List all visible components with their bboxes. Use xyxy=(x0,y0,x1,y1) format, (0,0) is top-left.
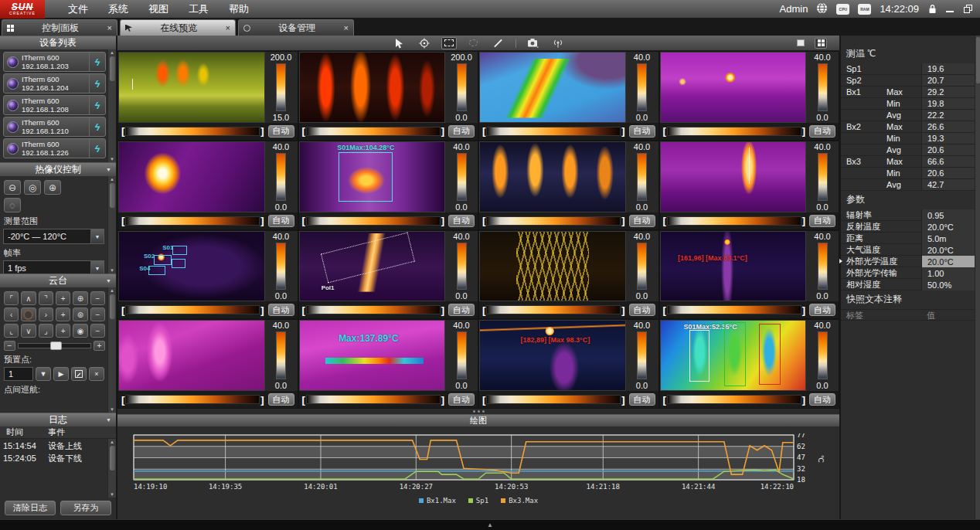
menu-item[interactable]: 视图 xyxy=(148,2,168,16)
thermal-image[interactable]: Pol1 xyxy=(299,231,446,302)
preset-go-button[interactable]: ▶ xyxy=(53,367,69,381)
thermal-image[interactable]: S01Max:52.35°C xyxy=(660,320,807,391)
speed-slider[interactable] xyxy=(18,343,91,348)
clear-log-button[interactable]: 清除日志 xyxy=(5,501,56,515)
collapse-arrow-icon[interactable]: ▼ xyxy=(106,278,111,284)
log-header[interactable]: 日志 ▼ xyxy=(0,413,116,426)
span-right-bracket-icon[interactable]: ] xyxy=(621,394,624,406)
span-left-bracket-icon[interactable]: [ xyxy=(482,304,485,316)
focus-near-button[interactable]: ⊖ xyxy=(4,180,21,195)
thermal-image[interactable] xyxy=(299,52,446,123)
connect-bolt-icon[interactable]: ϟ xyxy=(89,74,105,93)
device-list-scrollbar[interactable]: ▲ ▼ xyxy=(107,49,116,162)
iris-open-button[interactable]: + xyxy=(56,324,70,338)
span-left-bracket-icon[interactable]: [ xyxy=(121,394,124,406)
focus-out-button[interactable]: − xyxy=(90,307,105,321)
level-span-control[interactable]: [] xyxy=(663,394,806,406)
device-item[interactable]: ITherm 600192.168.1.226ϟ xyxy=(3,138,106,158)
span-left-bracket-icon[interactable]: [ xyxy=(482,125,485,137)
expand-collapse-icon[interactable]: ▲ xyxy=(487,522,493,528)
level-span-control[interactable]: [] xyxy=(482,215,625,226)
thermal-image[interactable] xyxy=(660,52,807,123)
device-list-header[interactable]: 设备列表 xyxy=(0,36,116,49)
measure-row[interactable]: Avg42.7 xyxy=(841,179,975,191)
measurement-box[interactable] xyxy=(339,152,392,202)
span-left-bracket-icon[interactable]: [ xyxy=(121,215,124,226)
device-item[interactable]: ITherm 600192.168.1.210ϟ xyxy=(3,117,106,137)
parameter-value[interactable]: 50.0% xyxy=(921,279,975,290)
menu-item[interactable]: 文件 xyxy=(68,2,88,16)
span-right-bracket-icon[interactable]: ] xyxy=(260,215,264,226)
user-label[interactable]: Admin xyxy=(780,3,808,15)
focus-indicator-icon[interactable]: ⊛ xyxy=(73,307,87,321)
measure-row[interactable]: Bx3Max66.6 xyxy=(841,156,975,168)
plot-panel-header[interactable]: 绘图 xyxy=(117,414,839,426)
thermal-image[interactable]: S01Max:104.28°C xyxy=(299,141,446,212)
measure-row[interactable]: Sp119.6 xyxy=(841,63,975,75)
thermal-image[interactable] xyxy=(479,141,626,212)
cpu-icon[interactable]: CPU xyxy=(836,4,849,15)
level-span-control[interactable]: [] xyxy=(482,125,625,137)
auto-scale-button[interactable]: 自动 xyxy=(268,215,294,227)
span-right-bracket-icon[interactable]: ] xyxy=(802,215,805,226)
span-left-bracket-icon[interactable]: [ xyxy=(302,125,305,137)
span-right-bracket-icon[interactable]: ] xyxy=(802,125,805,137)
span-right-bracket-icon[interactable]: ] xyxy=(621,215,624,226)
measurement-box[interactable] xyxy=(172,259,186,268)
tab-close-icon[interactable]: × xyxy=(226,23,230,32)
camera-control-scrollbar[interactable]: ▲ ▼ xyxy=(107,176,116,273)
span-right-bracket-icon[interactable]: ] xyxy=(621,304,624,316)
ram-icon[interactable]: RAM xyxy=(858,4,871,15)
antenna-broadcast-icon[interactable] xyxy=(550,37,566,49)
slider-thumb[interactable] xyxy=(50,341,62,350)
nuc-calibrate-button[interactable]: ◌ xyxy=(4,198,21,212)
camera-cell-14[interactable]: Max:137.89°C40.00.0[]自动 xyxy=(299,320,478,408)
auto-scale-button[interactable]: 自动 xyxy=(448,304,475,316)
parameter-value[interactable]: 20.0°C xyxy=(921,244,975,256)
camera-cell-4[interactable]: 40.00.0[]自动 xyxy=(660,52,839,140)
iris-close-button[interactable]: − xyxy=(90,324,105,338)
scroll-up-icon[interactable]: ▲ xyxy=(110,177,114,182)
scroll-thumb[interactable] xyxy=(976,37,980,83)
measure-row[interactable]: Min19.3 xyxy=(841,133,975,144)
camera-control-header[interactable]: 热像仪控制 ▼ xyxy=(0,162,116,176)
connect-bolt-icon[interactable]: ϟ xyxy=(89,96,105,114)
span-left-bracket-icon[interactable]: [ xyxy=(302,394,305,406)
measure-row[interactable]: Min20.6 xyxy=(841,168,975,179)
level-span-control[interactable]: [] xyxy=(302,394,445,406)
measurement-box[interactable] xyxy=(172,246,187,255)
span-left-bracket-icon[interactable]: [ xyxy=(302,304,305,316)
span-left-bracket-icon[interactable]: [ xyxy=(121,125,124,137)
auto-scale-button[interactable]: 自动 xyxy=(809,304,835,316)
trend-chart[interactable]: 1832476277℃14:19:1014:19:3514:20:0114:20… xyxy=(123,433,834,495)
measure-row[interactable]: Bx1Max29.2 xyxy=(841,87,975,98)
level-span-control[interactable]: [] xyxy=(121,215,264,226)
scroll-up-icon[interactable]: ▲ xyxy=(110,440,114,444)
parameter-row[interactable]: 相对湿度50.0% xyxy=(841,279,975,290)
parameter-value[interactable]: 20.0°C xyxy=(921,221,975,233)
auto-scale-button[interactable]: 自动 xyxy=(268,304,294,316)
parameter-row[interactable]: 外部光学传输1.00 xyxy=(841,267,975,279)
level-span-control[interactable]: [] xyxy=(121,125,264,137)
autofocus-button[interactable]: ◎ xyxy=(24,180,41,195)
measurement-line[interactable] xyxy=(749,148,750,184)
parameter-row[interactable]: 距离5.0m xyxy=(841,233,975,244)
tilt-up-button[interactable]: ∧ xyxy=(21,291,36,305)
measure-row[interactable]: Bx2Max26.6 xyxy=(841,121,975,133)
thermal-image[interactable]: Max:137.89°C xyxy=(299,320,446,391)
range-dropdown[interactable]: -20°C — 120°C ▼ xyxy=(3,229,104,244)
span-left-bracket-icon[interactable]: [ xyxy=(121,304,124,316)
thermal-image[interactable]: [161,96] [Max 83.1°C] xyxy=(660,231,807,302)
span-right-bracket-icon[interactable]: ] xyxy=(441,125,444,137)
ptz-center-knob[interactable] xyxy=(21,307,36,321)
single-view-icon[interactable] xyxy=(793,37,808,49)
speed-plus-button[interactable]: + xyxy=(94,341,105,351)
pan-up-right-button[interactable]: ⌝ xyxy=(39,291,53,305)
span-right-bracket-icon[interactable]: ] xyxy=(802,304,805,316)
camera-cell-8[interactable]: 40.00.0[]自动 xyxy=(660,141,839,229)
level-span-control[interactable]: [] xyxy=(302,125,445,137)
span-right-bracket-icon[interactable]: ] xyxy=(802,394,805,406)
auto-scale-button[interactable]: 自动 xyxy=(448,125,475,138)
spot-tool-icon[interactable] xyxy=(417,37,432,49)
iris-indicator-icon[interactable]: ◉ xyxy=(73,324,87,338)
